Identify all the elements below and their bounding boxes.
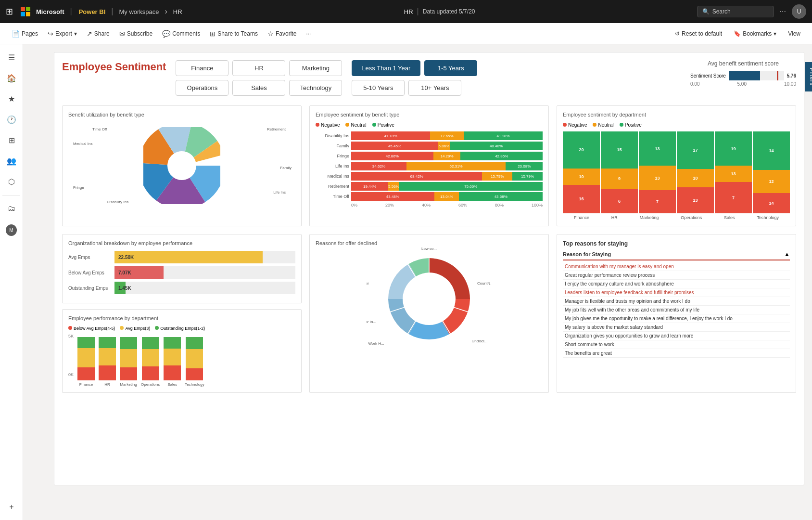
more-button[interactable]: ··· bbox=[302, 28, 315, 39]
org-below-label: Below Avg Emps bbox=[68, 270, 112, 275]
data-updated[interactable]: Data updated 5/7/20 bbox=[423, 8, 475, 15]
apps-icon: ⊞ bbox=[6, 136, 17, 145]
sidebar-collapse[interactable]: ☰ bbox=[0, 48, 23, 67]
benefit-score-labels: 0.00 5.00 10.00 bbox=[690, 81, 796, 87]
bar-neu: 5.56% bbox=[388, 182, 399, 191]
dept-neu-legend: Neutral bbox=[593, 122, 613, 128]
export-button[interactable]: ↪ Export ▾ bbox=[44, 28, 81, 39]
filter-technology[interactable]: Technology bbox=[289, 80, 342, 96]
favorite-label: Favorite bbox=[276, 30, 296, 37]
collapse-icon: ☰ bbox=[6, 53, 17, 62]
favorite-button[interactable]: ☆ Favorite bbox=[264, 28, 300, 39]
reason-item[interactable]: My salary is above the market salary sta… bbox=[563, 323, 790, 332]
perf-tech-avg bbox=[186, 349, 203, 368]
filter-sales[interactable]: Sales bbox=[232, 80, 285, 96]
reason-item[interactable]: Leaders listen to employee feedback and … bbox=[563, 288, 790, 297]
subscribe-button[interactable]: ✉ Subscribe bbox=[115, 28, 156, 39]
export-label: Export bbox=[55, 30, 72, 37]
perf-mkt-below bbox=[120, 367, 137, 380]
perf-label-technology: Technology bbox=[185, 382, 204, 387]
org-outstanding-track: 1.45K bbox=[114, 282, 295, 294]
reason-item[interactable]: My job fits well with the other areas an… bbox=[563, 306, 790, 314]
share-teams-label: Share to Teams bbox=[217, 30, 258, 37]
pos-legend: Positive bbox=[372, 122, 394, 128]
reason-item[interactable]: I enjoy the company culture and work atm… bbox=[563, 280, 790, 288]
bar-neg: 41.18% bbox=[351, 131, 430, 140]
share-button[interactable]: ↗ Share bbox=[83, 28, 114, 39]
perf-col-finance: Finance bbox=[77, 337, 95, 387]
pages-icon: 📄 bbox=[12, 30, 20, 38]
toolbar-right: ↺ Reset to default 🔖 Bookmarks ▾ View bbox=[671, 28, 804, 39]
comments-button[interactable]: 💬 Comments bbox=[158, 28, 204, 39]
sidebar-item-recent[interactable]: 🕐 bbox=[0, 110, 23, 129]
reason-item[interactable]: Short commute to work bbox=[563, 340, 790, 349]
filters-panel-tab[interactable]: Filters bbox=[805, 62, 812, 91]
filter-1-5-years[interactable]: 1-5 Years bbox=[424, 60, 477, 76]
row-label: Disability Ins bbox=[316, 133, 349, 138]
sidebar-item-apps[interactable]: ⊞ bbox=[0, 131, 23, 150]
reason-item[interactable]: Communication with my manager is easy an… bbox=[563, 262, 790, 271]
charts-row-1: Benefit utilization by benefit type bbox=[62, 105, 796, 226]
year-filters: Less Than 1 Year 1-5 Years 5-10 Years 10… bbox=[352, 60, 477, 96]
waffle-icon[interactable]: ⊞ bbox=[6, 6, 13, 17]
nav-current-page: HR bbox=[173, 8, 182, 15]
meko-neu: 10 bbox=[563, 169, 600, 185]
view-button[interactable]: View bbox=[784, 28, 804, 39]
row-label: Time Off bbox=[316, 194, 349, 199]
meko-col-technology: 14 12 14 bbox=[753, 131, 790, 213]
stacked-row-medical-ins: Medical Ins 68.42% 15.79% 15.79% bbox=[316, 172, 543, 181]
reason-item[interactable]: Organization gives you opportunities to … bbox=[563, 332, 790, 340]
nav-breadcrumb[interactable]: My workspace bbox=[119, 8, 159, 15]
bookmarks-button[interactable]: 🔖 Bookmarks ▾ bbox=[730, 28, 780, 39]
sidebar-item-favorites[interactable]: ★ bbox=[0, 90, 23, 108]
org-bar-outstanding: Outstanding Emps 1.45K bbox=[68, 282, 295, 294]
benefit-bar-track bbox=[729, 71, 784, 80]
user-avatar[interactable]: U bbox=[792, 4, 806, 19]
filter-5-10-years[interactable]: 5-10 Years bbox=[352, 80, 405, 96]
filter-10-plus-years[interactable]: 10+ Years bbox=[408, 80, 461, 96]
stacked-row-fringe: Fringe 42.86% 14.29% 42.86% bbox=[316, 152, 543, 160]
donut-group bbox=[379, 248, 480, 350]
filter-marketing[interactable]: Marketing bbox=[289, 60, 342, 76]
below-avg-dot bbox=[68, 326, 72, 330]
row-label: Life Ins bbox=[316, 164, 349, 169]
sidebar-item-shared[interactable]: 👥 bbox=[0, 152, 23, 170]
reason-item[interactable]: The benefits are great bbox=[563, 349, 790, 358]
pages-button[interactable]: 📄 Pages bbox=[8, 28, 42, 39]
bar-pos: 43.68% bbox=[459, 192, 543, 201]
sidebar-item-myworkspace[interactable]: M bbox=[0, 220, 23, 241]
reason-item[interactable]: My job gives me the opportunity to make … bbox=[563, 314, 790, 323]
meko-pos: 19 bbox=[715, 131, 752, 166]
reset-button[interactable]: ↺ Reset to default bbox=[671, 28, 726, 39]
sidebar-item-deployment[interactable]: ⬡ bbox=[0, 172, 23, 191]
sidebar-item-getdata[interactable]: + bbox=[0, 498, 23, 516]
org-outstanding-fill: 1.45K bbox=[114, 282, 126, 294]
more-options-icon[interactable]: ··· bbox=[780, 7, 786, 16]
filter-operations[interactable]: Operations bbox=[176, 80, 228, 96]
neg-legend: Negative bbox=[316, 122, 340, 128]
meko-col-finance: 20 10 16 bbox=[563, 131, 600, 213]
meko-pos: 17 bbox=[677, 131, 714, 169]
filter-less-than-year[interactable]: Less Than 1 Year bbox=[352, 60, 420, 76]
reason-item[interactable]: Great regular performance review process bbox=[563, 271, 790, 280]
sidebar-item-workspaces[interactable]: 🗂 bbox=[0, 199, 23, 218]
comments-label: Comments bbox=[172, 30, 200, 37]
row-bar: 45.45% 6.06% 48.48% bbox=[351, 142, 543, 150]
search-box[interactable]: 🔍 Search bbox=[697, 6, 774, 17]
reasons-header: Reason for Staying ▲ bbox=[563, 251, 790, 260]
sentiment-score-label: Sentiment Score bbox=[690, 73, 726, 78]
benefit-bar-fill bbox=[729, 71, 760, 80]
department-filters: Finance HR Marketing Operations Sales Te… bbox=[176, 60, 342, 96]
pages-label: Pages bbox=[22, 30, 38, 37]
donut-label-bl: Work H... bbox=[368, 341, 384, 346]
row-label: Family bbox=[316, 143, 349, 148]
pie-chart-svg bbox=[143, 127, 220, 204]
filter-finance[interactable]: Finance bbox=[176, 60, 228, 76]
donut-svg: Low co... CountN... Work H... Poor In...… bbox=[367, 241, 492, 352]
reasons-sort-icon[interactable]: ▲ bbox=[784, 251, 790, 258]
meko-neu: 13 bbox=[715, 166, 752, 182]
share-teams-button[interactable]: ⊞ Share to Teams bbox=[206, 28, 262, 39]
filter-hr[interactable]: HR bbox=[232, 60, 285, 76]
sidebar-item-home[interactable]: 🏠 bbox=[0, 69, 23, 88]
reason-item[interactable]: Manager is flexible and trusts my opinio… bbox=[563, 297, 790, 306]
